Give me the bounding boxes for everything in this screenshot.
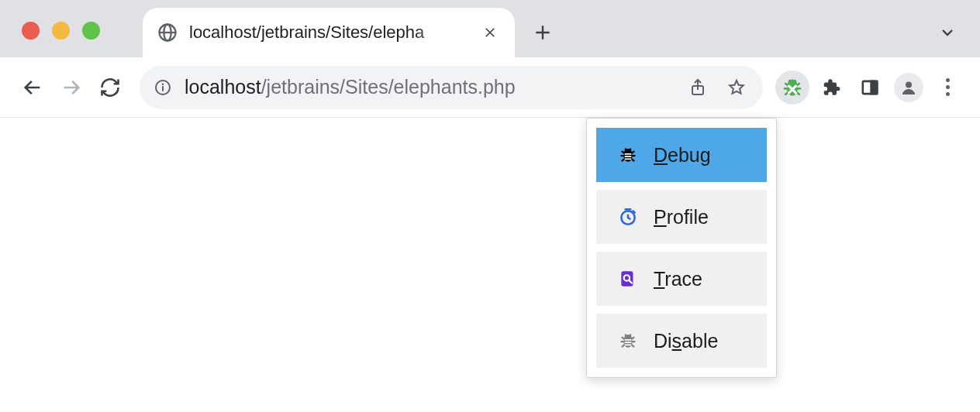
page-content: DebugProfileTraceDisable [0,118,980,412]
xdebug-popup: DebugProfileTraceDisable [586,118,777,378]
profile-button[interactable] [892,70,926,105]
share-icon[interactable] [684,74,712,101]
side-panel-button[interactable] [853,70,887,105]
xdebug-option-label: Profile [654,206,709,228]
window-controls [22,22,100,39]
xdebug-option-profile[interactable]: Profile [596,190,767,244]
new-tab-button[interactable] [524,14,561,51]
tab-title: localhost/jetbrains/Sites/elepha [189,22,468,43]
window-close-button[interactable] [22,22,40,39]
address-bar[interactable]: localhost/jetbrains/Sites/elephants.php [140,66,763,109]
browser-menu-button[interactable] [930,70,964,105]
xdebug-option-label: Disable [654,330,718,352]
url-host: localhost [185,76,261,98]
reload-button[interactable] [93,70,127,105]
clock-icon [616,205,640,228]
site-info-icon[interactable] [152,77,174,98]
window-minimize-button[interactable] [52,22,70,39]
xdebug-option-label: Trace [654,268,702,290]
forward-button[interactable] [54,70,88,105]
tab-close-button[interactable] [479,22,501,43]
tab-strip: localhost/jetbrains/Sites/elepha [0,0,980,57]
xdebug-option-debug[interactable]: Debug [596,128,767,182]
bug-icon [616,143,640,167]
svg-point-3 [162,83,164,85]
extensions-button[interactable] [814,70,848,105]
bookmark-star-icon[interactable] [723,74,751,101]
avatar-icon [894,73,923,102]
xdebug-option-trace[interactable]: Trace [596,252,767,306]
url-text: localhost/jetbrains/Sites/elephants.php [185,76,673,98]
svg-rect-7 [871,81,878,93]
xdebug-extension-button[interactable] [775,70,809,105]
svg-rect-11 [621,271,633,287]
xdebug-option-disable[interactable]: Disable [596,314,767,368]
globe-icon [157,22,178,43]
browser-toolbar: localhost/jetbrains/Sites/elephants.php [0,57,980,118]
back-button[interactable] [16,70,50,105]
url-path: /jetbrains/Sites/elephants.php [261,76,516,98]
window-maximize-button[interactable] [82,22,100,39]
xdebug-option-label: Debug [654,144,711,167]
tab-overflow-button[interactable] [938,23,957,45]
search-icon [616,267,640,290]
bug-icon [616,329,640,352]
kebab-icon [946,78,950,96]
svg-point-8 [906,81,912,88]
browser-tab[interactable]: localhost/jetbrains/Sites/elepha [143,8,515,57]
